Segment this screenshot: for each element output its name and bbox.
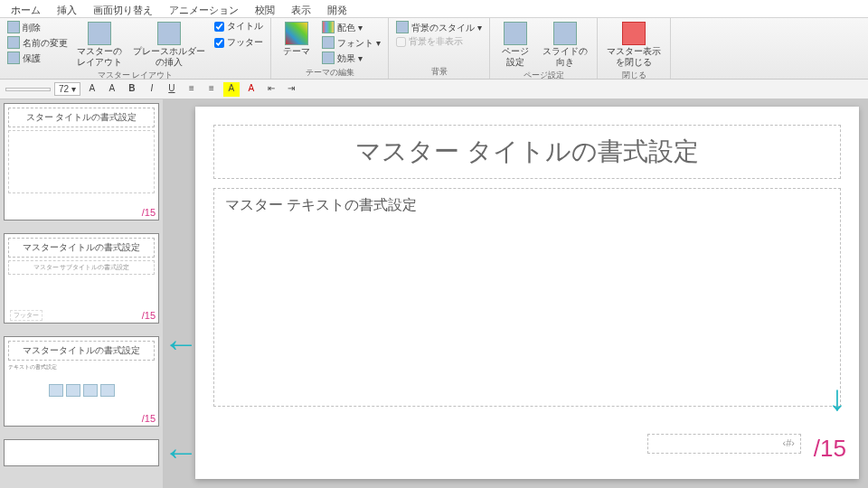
group-edit-master: 削除 名前の変更 保護 マスターの レイアウト プレースホルダー の挿入 タイト… bbox=[0, 18, 271, 79]
slide-master-panel[interactable]: スター タイトルの書式設定 /15 マスタータイトルの書式設定 マスター サブタ… bbox=[0, 99, 163, 488]
close-icon bbox=[622, 22, 646, 45]
orientation-button[interactable]: スライドの 向き bbox=[539, 20, 591, 69]
orientation-icon bbox=[553, 22, 577, 45]
font-select[interactable] bbox=[5, 88, 51, 91]
master-layout-button[interactable]: マスターの レイアウト bbox=[73, 20, 126, 69]
font-size-select[interactable]: 72 ▾ bbox=[54, 82, 80, 96]
close-master-button[interactable]: マスター表示 を閉じる bbox=[603, 20, 665, 69]
workspace: スター タイトルの書式設定 /15 マスタータイトルの書式設定 マスター サブタ… bbox=[0, 99, 868, 488]
tab-developer[interactable]: 開発 bbox=[320, 2, 354, 17]
tab-home[interactable]: ホーム bbox=[4, 2, 48, 17]
align-center-button[interactable]: ≡ bbox=[203, 82, 220, 97]
group-caption: テーマの編集 bbox=[277, 66, 382, 79]
thumb-master[interactable]: スター タイトルの書式設定 /15 bbox=[4, 103, 159, 221]
page-setup-button[interactable]: ページ 設定 bbox=[495, 20, 535, 69]
thumb-layout-2[interactable]: マスタータイトルの書式設定 テキストの書式設定 /15 bbox=[4, 336, 159, 427]
colors-button[interactable]: 配色▾ bbox=[320, 20, 382, 35]
group-theme: テーマ 配色▾ フォント▾ 効果▾ テーマの編集 bbox=[271, 18, 389, 79]
highlight-button[interactable]: A bbox=[223, 82, 240, 97]
tab-review[interactable]: 校閲 bbox=[248, 2, 282, 17]
preserve-icon bbox=[7, 52, 20, 64]
indent-right-button[interactable]: ⇥ bbox=[283, 82, 299, 97]
slide-canvas[interactable]: マスター タイトルの書式設定 マスター テキストの書式設定 ‹#› /15 bbox=[195, 107, 859, 479]
tab-transitions[interactable]: 画面切り替え bbox=[86, 2, 160, 17]
bold-button[interactable]: B bbox=[124, 82, 140, 97]
bg-styles-button[interactable]: 背景のスタイル▾ bbox=[394, 20, 484, 35]
page-badge: /15 bbox=[142, 413, 156, 424]
bg-icon bbox=[396, 21, 409, 33]
delete-icon bbox=[7, 21, 20, 33]
hide-bg-checkbox[interactable]: 背景を非表示 bbox=[394, 35, 484, 48]
shrink-font-button[interactable]: A bbox=[104, 82, 120, 97]
chevron-down-icon: ▾ bbox=[358, 23, 363, 33]
body-placeholder[interactable]: マスター テキストの書式設定 bbox=[213, 188, 841, 407]
grow-font-button[interactable]: A bbox=[84, 82, 100, 97]
fonts-icon bbox=[322, 36, 335, 49]
slide-editor[interactable]: マスター タイトルの書式設定 マスター テキストの書式設定 ‹#› /15 ← … bbox=[163, 99, 868, 488]
group-page-setup: ページ 設定 スライドの 向き ページ設定 bbox=[490, 18, 598, 79]
align-left-button[interactable]: ≡ bbox=[184, 82, 200, 97]
group-caption: マスター レイアウト bbox=[5, 69, 265, 81]
group-close: マスター表示 を閉じる 閉じる bbox=[598, 18, 671, 79]
rename-icon bbox=[7, 36, 20, 49]
ribbon: 削除 名前の変更 保護 マスターの レイアウト プレースホルダー の挿入 タイト… bbox=[0, 18, 868, 80]
effects-button[interactable]: 効果▾ bbox=[320, 51, 382, 66]
themes-icon bbox=[285, 22, 308, 45]
font-toolbar: 72 ▾ A A B I U ≡ ≡ A A ⇤ ⇥ bbox=[0, 80, 868, 99]
footer-placeholder[interactable]: ‹#› bbox=[647, 434, 801, 454]
italic-button[interactable]: I bbox=[144, 82, 160, 97]
annotation-arrow-icon: ↓ bbox=[828, 380, 846, 416]
preserve-button[interactable]: 保護 bbox=[5, 51, 70, 66]
page-badge: /15 bbox=[142, 310, 156, 321]
page-number-label: /15 bbox=[814, 435, 846, 463]
title-checkbox[interactable]: タイトル bbox=[212, 20, 265, 33]
placeholder-icon bbox=[157, 22, 181, 45]
group-caption: 背景 bbox=[394, 65, 484, 78]
font-color-button[interactable]: A bbox=[243, 82, 259, 97]
themes-button[interactable]: テーマ bbox=[277, 20, 316, 59]
thumb-layout-3[interactable] bbox=[4, 439, 159, 466]
layout-icon bbox=[88, 22, 111, 45]
group-background: 背景のスタイル▾ 背景を非表示 背景 bbox=[389, 18, 490, 79]
effects-icon bbox=[322, 52, 335, 64]
footer-checkbox[interactable]: フッター bbox=[212, 36, 265, 49]
title-placeholder[interactable]: マスター タイトルの書式設定 bbox=[213, 125, 841, 179]
tab-animations[interactable]: アニメーション bbox=[162, 2, 246, 17]
page-setup-icon bbox=[504, 22, 527, 45]
annotation-arrow-icon: ← bbox=[163, 325, 199, 361]
annotation-arrow-icon: ← bbox=[163, 434, 199, 470]
insert-placeholder-button[interactable]: プレースホルダー の挿入 bbox=[129, 20, 209, 69]
group-caption: ページ設定 bbox=[495, 69, 591, 81]
chevron-down-icon: ▾ bbox=[477, 23, 482, 33]
tab-view[interactable]: 表示 bbox=[284, 2, 318, 17]
chevron-down-icon: ▾ bbox=[358, 53, 363, 63]
underline-button[interactable]: U bbox=[164, 82, 180, 97]
tab-insert[interactable]: 挿入 bbox=[50, 2, 84, 17]
colors-icon bbox=[322, 21, 335, 33]
indent-left-button[interactable]: ⇤ bbox=[263, 82, 279, 97]
delete-button[interactable]: 削除 bbox=[5, 20, 70, 35]
group-caption: 閉じる bbox=[603, 69, 665, 81]
fonts-button[interactable]: フォント▾ bbox=[320, 35, 382, 51]
thumb-layout-1[interactable]: マスタータイトルの書式設定 マスター サブタイトルの書式設定 フッター /15 bbox=[4, 233, 159, 324]
ribbon-tabs: ホーム 挿入 画面切り替え アニメーション 校閲 表示 開発 bbox=[0, 0, 868, 18]
chevron-down-icon: ▾ bbox=[376, 38, 381, 48]
rename-button[interactable]: 名前の変更 bbox=[5, 35, 70, 51]
page-badge: /15 bbox=[142, 207, 156, 218]
